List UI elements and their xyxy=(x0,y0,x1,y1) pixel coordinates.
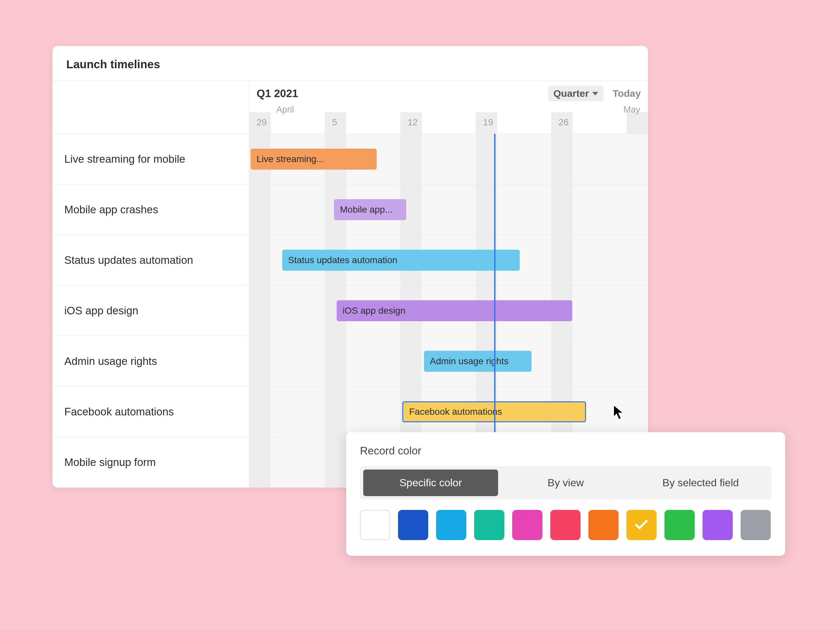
timeline-header: Q1 2021 Quarter Today April May 29 5 12 … xyxy=(249,81,648,134)
date-label: 5 xyxy=(332,117,407,128)
task-label[interactable]: Mobile app crashes xyxy=(52,185,249,235)
timeline-window: Launch timelines Q1 2021 Quarter Today A… xyxy=(52,46,648,488)
swatch-orange[interactable] xyxy=(588,510,619,540)
timeline-grid: Q1 2021 Quarter Today April May 29 5 12 … xyxy=(52,81,648,488)
month-april: April xyxy=(276,105,294,115)
task-bar-cell: Status updates automation xyxy=(249,235,648,286)
swatch-pink[interactable] xyxy=(512,510,542,540)
swatch-yellow[interactable] xyxy=(626,510,657,540)
task-bar-mobile-crashes[interactable]: Mobile app... xyxy=(334,199,406,220)
tab-by-selected-field[interactable]: By selected field xyxy=(633,469,768,496)
tab-specific-color[interactable]: Specific color xyxy=(363,469,498,496)
task-bar-cell: Live streaming... xyxy=(249,134,648,185)
today-button[interactable]: Today xyxy=(613,88,641,99)
dates-row: 29 5 12 19 26 xyxy=(257,117,641,128)
quarter-dropdown[interactable]: Quarter xyxy=(548,86,603,101)
swatch-blue-light[interactable] xyxy=(436,510,466,540)
dropdown-label: Quarter xyxy=(554,88,589,99)
task-label[interactable]: Mobile signup form xyxy=(52,437,249,488)
task-bar-ios-design[interactable]: iOS app design xyxy=(337,300,572,321)
chevron-down-icon xyxy=(592,92,598,95)
swatch-teal[interactable] xyxy=(474,510,504,540)
swatch-gray[interactable] xyxy=(741,510,771,540)
swatch-white[interactable] xyxy=(360,510,390,540)
checkmark-icon xyxy=(635,520,648,530)
task-bar-cell: Admin usage rights xyxy=(249,336,648,387)
swatch-purple[interactable] xyxy=(703,510,733,540)
task-label[interactable]: Facebook automations xyxy=(52,387,249,437)
date-label: 29 xyxy=(257,117,332,128)
task-bar-facebook-automations[interactable]: Facebook automations xyxy=(402,401,586,422)
task-bar-cell: Facebook automations xyxy=(249,387,648,437)
task-label[interactable]: Status updates automation xyxy=(52,235,249,286)
task-bar-status-updates[interactable]: Status updates automation xyxy=(282,250,520,271)
date-label: 12 xyxy=(407,117,483,128)
tab-by-view[interactable]: By view xyxy=(498,469,633,496)
date-label: 26 xyxy=(559,117,634,128)
swatch-red[interactable] xyxy=(550,510,581,540)
month-row: April May xyxy=(257,103,641,116)
task-label[interactable]: iOS app design xyxy=(52,286,249,336)
quarter-label: Q1 2021 xyxy=(257,87,298,100)
color-swatches xyxy=(360,510,771,540)
window-title: Launch timelines xyxy=(52,46,648,81)
task-label[interactable]: Admin usage rights xyxy=(52,336,249,387)
swatch-blue-dark[interactable] xyxy=(398,510,428,540)
date-label: 19 xyxy=(483,117,559,128)
record-color-popup: Record color Specific color By view By s… xyxy=(346,432,785,556)
header-left-empty xyxy=(52,81,249,134)
cursor-icon xyxy=(613,404,625,420)
month-may: May xyxy=(624,105,640,115)
task-bar-cell: Mobile app... xyxy=(249,185,648,235)
task-bar-live-streaming[interactable]: Live streaming... xyxy=(251,148,377,170)
task-bar-admin-rights[interactable]: Admin usage rights xyxy=(424,351,532,372)
task-label[interactable]: Live streaming for mobile xyxy=(52,134,249,185)
popup-title: Record color xyxy=(360,445,771,457)
color-tabs: Specific color By view By selected field xyxy=(360,466,771,499)
swatch-green[interactable] xyxy=(665,510,695,540)
task-bar-cell: iOS app design xyxy=(249,286,648,336)
